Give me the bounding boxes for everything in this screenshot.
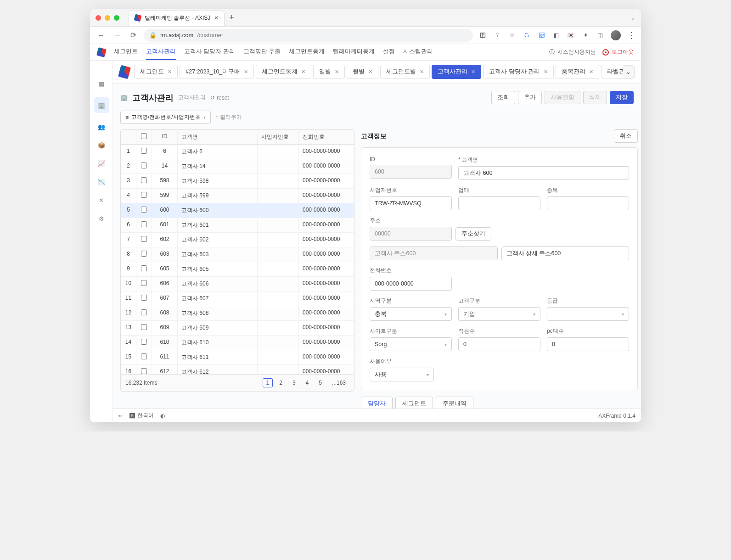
- sidebar-toggle-icon[interactable]: ⇤: [118, 413, 123, 419]
- translate-icon[interactable]: 🗟: [537, 31, 545, 39]
- app-tabs-more-button[interactable]: ⌄: [623, 65, 635, 79]
- app-tab[interactable]: 세그먼트별✕: [380, 65, 430, 79]
- close-icon[interactable]: ✕: [168, 69, 172, 75]
- sub-tab[interactable]: 세그먼트: [395, 397, 433, 409]
- grid-header-id[interactable]: ID: [152, 130, 178, 144]
- bookmark-icon[interactable]: ☆: [508, 31, 516, 39]
- browser-tab[interactable]: 텔레마케팅 솔루션 - AXISJ ✕: [129, 10, 225, 26]
- table-row[interactable]: 16고객사 6000-0000-0000: [121, 145, 354, 159]
- search-button[interactable]: 조회: [491, 91, 515, 104]
- topnav-item[interactable]: 설정: [383, 44, 395, 60]
- page-button[interactable]: 5: [315, 378, 326, 387]
- app-tab[interactable]: 세그먼트✕: [134, 65, 178, 79]
- close-icon[interactable]: ✕: [420, 69, 424, 75]
- theme-toggle-icon[interactable]: ◐: [160, 413, 165, 419]
- rail-chart2-icon[interactable]: 📉: [97, 177, 106, 186]
- rail-chart1-icon[interactable]: 📈: [97, 159, 106, 168]
- input-empcount[interactable]: [458, 337, 540, 351]
- save-button[interactable]: 저장: [610, 91, 634, 104]
- grid-header-checkbox[interactable]: [136, 130, 152, 144]
- grid-header-phone[interactable]: 전화번호: [299, 130, 354, 144]
- sub-tab[interactable]: 주문내역: [436, 397, 473, 409]
- row-checkbox[interactable]: [141, 177, 147, 183]
- grid-header-bizno[interactable]: 사업자번호: [258, 130, 299, 144]
- topnav-item[interactable]: 고객명단 추출: [243, 44, 281, 60]
- tab-close-icon[interactable]: ✕: [214, 15, 219, 21]
- topnav-item[interactable]: 세그먼트: [114, 44, 138, 60]
- profile-avatar[interactable]: [611, 30, 621, 40]
- close-icon[interactable]: ✕: [335, 69, 339, 75]
- add-filter-button[interactable]: + 필터추가: [215, 113, 242, 121]
- rail-settings-icon[interactable]: ⚙: [97, 214, 106, 223]
- rail-dashboard-icon[interactable]: ▦: [97, 79, 106, 88]
- row-checkbox[interactable]: [141, 368, 147, 374]
- app-tab[interactable]: 고객사 담당자 관리✕: [483, 65, 554, 79]
- reset-button[interactable]: ↺ reset: [210, 95, 229, 101]
- approve-button[interactable]: 사용안함: [545, 91, 580, 104]
- row-checkbox[interactable]: [141, 309, 147, 315]
- page-button[interactable]: 1: [263, 378, 273, 387]
- row-checkbox[interactable]: [141, 207, 147, 213]
- table-row[interactable]: 7602고객사 602000-0000-0000: [121, 233, 354, 247]
- back-button[interactable]: ←: [96, 29, 107, 41]
- forward-button[interactable]: →: [112, 29, 123, 41]
- close-icon[interactable]: ✕: [471, 69, 475, 75]
- close-icon[interactable]: ✕: [301, 69, 305, 75]
- table-row[interactable]: 14610고객사 610000-0000-0000: [121, 336, 354, 350]
- topnav-item[interactable]: 텔레마케터통계: [333, 44, 375, 60]
- google-icon[interactable]: G: [523, 31, 531, 39]
- topnav-item[interactable]: 고객사관리: [146, 44, 176, 60]
- addr-search-button[interactable]: 주소찾기: [455, 227, 491, 241]
- grid-header-name[interactable]: 고객명: [178, 130, 258, 144]
- rail-customer-icon[interactable]: 🏢: [94, 97, 109, 113]
- input-name[interactable]: [458, 166, 629, 180]
- row-checkbox[interactable]: [141, 265, 147, 271]
- app-tab[interactable]: 일별✕: [313, 65, 345, 79]
- rail-package-icon[interactable]: 📦: [97, 140, 106, 150]
- row-checkbox[interactable]: [141, 236, 147, 242]
- filter-chip[interactable]: ≡ 고객명/전화번호/사업자번호 ▾: [120, 111, 211, 124]
- extensions-icon[interactable]: ✦: [581, 31, 590, 39]
- row-checkbox[interactable]: [141, 162, 147, 168]
- topnav-item[interactable]: 세그먼트통계: [289, 44, 325, 60]
- select-useyn[interactable]: 사용▾: [370, 368, 434, 381]
- app-logo-icon[interactable]: [96, 47, 107, 57]
- app-tab[interactable]: 고객사관리✕: [432, 65, 481, 79]
- tabs-dropdown-icon[interactable]: ⌄: [630, 14, 635, 21]
- window-minimize-icon[interactable]: [105, 15, 110, 21]
- sub-tab[interactable]: 담당자: [361, 397, 393, 409]
- row-checkbox[interactable]: [141, 295, 147, 301]
- table-row[interactable]: 214고객사 14000-0000-0000: [121, 159, 354, 174]
- logout-button[interactable]: 로그아웃: [602, 48, 634, 56]
- app-tab[interactable]: 월별✕: [347, 65, 378, 79]
- table-row[interactable]: 5600고객사 600000-0000-0000: [121, 203, 354, 218]
- select-region[interactable]: 충북▾: [370, 307, 452, 321]
- page-button[interactable]: 3: [289, 378, 299, 387]
- row-checkbox[interactable]: [141, 280, 147, 286]
- page-button[interactable]: 2: [276, 378, 286, 387]
- add-button[interactable]: 추가: [518, 91, 542, 104]
- kebab-menu-icon[interactable]: ⋮: [627, 31, 635, 39]
- input-pccount[interactable]: [547, 337, 629, 351]
- window-close-icon[interactable]: [96, 15, 101, 21]
- input-biztype[interactable]: [458, 196, 540, 210]
- table-row[interactable]: 12608고객사 608000-0000-0000: [121, 306, 354, 321]
- input-phone[interactable]: [370, 277, 452, 291]
- ext1-icon[interactable]: ◧: [552, 31, 560, 39]
- row-checkbox[interactable]: [141, 324, 147, 330]
- row-checkbox[interactable]: [141, 353, 147, 359]
- topnav-item[interactable]: 고객사 담당자 관리: [184, 44, 235, 60]
- table-row[interactable]: 13609고객사 609000-0000-0000: [121, 321, 354, 336]
- table-row[interactable]: 8603고객사 603000-0000-0000: [121, 247, 354, 262]
- table-row[interactable]: 4599고객사 599000-0000-0000: [121, 189, 354, 203]
- table-row[interactable]: 10606고객사 606000-0000-0000: [121, 277, 354, 291]
- close-icon[interactable]: ✕: [368, 69, 372, 75]
- delete-button[interactable]: 삭제: [583, 91, 607, 104]
- row-checkbox[interactable]: [141, 339, 147, 345]
- app-tab[interactable]: 품목관리✕: [556, 65, 599, 79]
- table-row[interactable]: 11607고객사 607000-0000-0000: [121, 291, 354, 306]
- share-icon[interactable]: ⇪: [493, 31, 501, 39]
- page-button[interactable]: 4: [302, 378, 313, 387]
- page-button[interactable]: ...163: [328, 378, 349, 387]
- select-grade[interactable]: ▾: [547, 307, 629, 321]
